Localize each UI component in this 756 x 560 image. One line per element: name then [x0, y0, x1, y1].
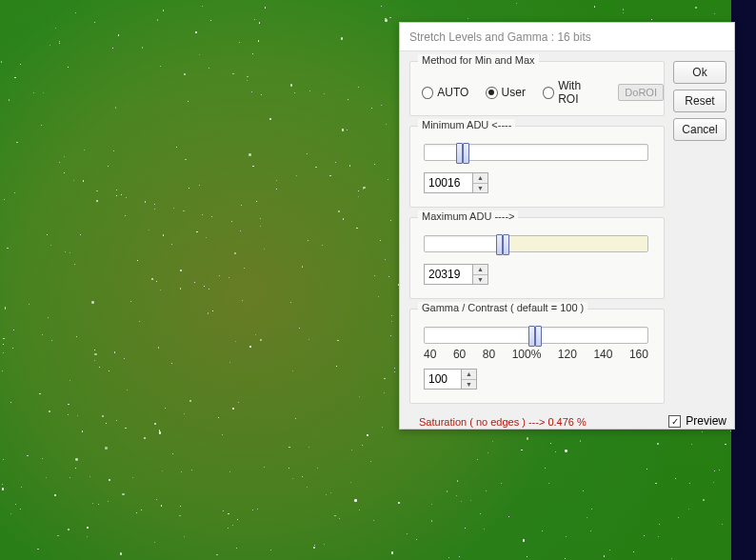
max-adu-input[interactable] — [424, 264, 473, 285]
gamma-input[interactable] — [424, 369, 462, 390]
min-adu-thumb[interactable] — [456, 143, 469, 164]
stretch-dialog: Stretch Levels and Gamma : 16 bits Metho… — [399, 22, 735, 430]
gamma-slider[interactable] — [424, 327, 648, 344]
group-max-adu: Maximum ADU ----> ▲▼ — [409, 217, 665, 299]
max-adu-up[interactable]: ▲ — [473, 265, 487, 275]
ok-button[interactable]: Ok — [673, 61, 726, 84]
max-adu-label: Maximum ADU ----> — [418, 210, 518, 222]
cancel-button[interactable]: Cancel — [673, 118, 726, 141]
group-method-label: Method for Min and Max — [418, 54, 539, 66]
reset-button[interactable]: Reset — [673, 90, 726, 112]
dialog-title: Stretch Levels and Gamma : 16 bits — [400, 23, 734, 51]
group-gamma: Gamma / Contrast ( default = 100 ) 40 60… — [409, 309, 665, 404]
radio-user-label: User — [502, 86, 526, 99]
min-adu-label: Minimum ADU <---- — [418, 119, 515, 130]
tick: 160 — [629, 348, 648, 361]
min-adu-spinbox[interactable]: ▲▼ — [424, 172, 488, 193]
tick: 80 — [483, 348, 495, 361]
radio-user[interactable] — [486, 87, 497, 99]
tick: 100% — [512, 348, 542, 361]
group-min-adu: Minimum ADU <---- ▲▼ — [409, 126, 665, 208]
tick: 140 — [593, 348, 612, 361]
tick: 40 — [424, 348, 436, 361]
radio-withroi[interactable] — [543, 87, 554, 99]
gamma-thumb[interactable] — [528, 326, 542, 347]
radio-withroi-label: With ROI — [558, 79, 601, 106]
min-adu-slider[interactable] — [424, 144, 648, 161]
min-adu-up[interactable]: ▲ — [473, 173, 487, 184]
radio-auto-label: AUTO — [437, 86, 468, 99]
gamma-up[interactable]: ▲ — [462, 370, 476, 380]
min-adu-down[interactable]: ▼ — [473, 184, 487, 193]
gamma-label: Gamma / Contrast ( default = 100 ) — [418, 302, 587, 313]
tick: 120 — [558, 348, 577, 361]
saturation-text: Saturation ( no edges ) ---> 0.476 % — [419, 416, 587, 428]
max-adu-down[interactable]: ▼ — [473, 275, 487, 285]
radio-auto[interactable] — [422, 87, 433, 99]
doroi-button[interactable]: DoROI — [618, 84, 664, 101]
min-adu-input[interactable] — [424, 172, 473, 193]
max-adu-slider[interactable] — [424, 235, 648, 252]
max-adu-thumb[interactable] — [496, 234, 509, 255]
gamma-down[interactable]: ▼ — [462, 380, 476, 390]
gamma-spinbox[interactable]: ▲▼ — [424, 369, 477, 390]
group-method: Method for Min and Max AUTO User With RO… — [409, 61, 665, 116]
preview-label: Preview — [686, 414, 726, 428]
max-adu-spinbox[interactable]: ▲▼ — [424, 264, 488, 285]
tick: 60 — [453, 348, 466, 361]
preview-checkbox[interactable]: ✓ — [668, 415, 681, 428]
